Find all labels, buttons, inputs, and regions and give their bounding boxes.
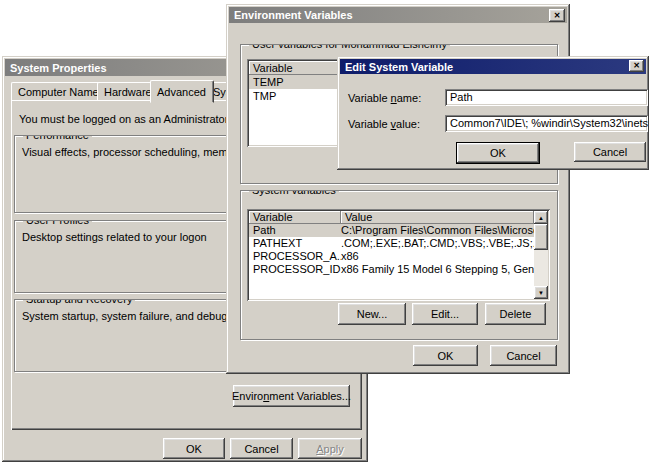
environment-variables-title: Environment Variables — [234, 9, 353, 21]
row-processor-a-name: PROCESSOR_A... — [249, 250, 341, 263]
delete-button[interactable]: Delete — [485, 303, 546, 325]
user-variable-temp-label: TEMP — [249, 75, 343, 89]
system-variables-group-label: System variables — [249, 190, 339, 197]
environment-variables-button[interactable]: Environment Variables... — [233, 385, 350, 407]
edit-button-label: Edit... — [431, 308, 459, 320]
envvars-cancel-label: Cancel — [506, 350, 540, 362]
envvars-ok-button[interactable]: OK — [413, 345, 478, 366]
user-profiles-description: Desktop settings related to your logon — [22, 231, 207, 243]
editdialog-ok-button[interactable]: OK — [456, 142, 540, 164]
variable-value-label-pre: Variable — [348, 118, 391, 130]
scroll-up-icon[interactable]: ▲ — [534, 211, 548, 224]
row-processor-id-name: PROCESSOR_ID... — [249, 263, 341, 276]
row-path-value: C:\Program Files\Common Files\Microsof..… — [341, 224, 534, 237]
sysprops-cancel-label: Cancel — [244, 443, 278, 455]
variable-value-label: Variable value: — [348, 118, 420, 130]
row-processor-a-value: x86 — [341, 250, 534, 263]
sysprops-ok-button[interactable]: OK — [163, 438, 225, 459]
envvars-cancel-button[interactable]: Cancel — [490, 345, 557, 366]
variable-name-input[interactable]: Path — [445, 89, 648, 106]
sysprops-apply-label-key: A — [316, 443, 323, 455]
performance-group-label: Performance — [23, 135, 92, 142]
sysprops-apply-label-post: pply — [324, 443, 344, 455]
edit-system-variable-titlebar[interactable]: Edit System Variable ✕ — [340, 59, 646, 74]
env-button-label-post: ment Variables... — [269, 390, 351, 402]
row-pathext-value: .COM;.EXE;.BAT;.CMD;.VBS;.VBE;.JS;... — [341, 237, 534, 250]
row-path-name: Path — [249, 224, 341, 237]
new-button[interactable]: New... — [338, 303, 406, 325]
tab-computer-name-label: Computer Name — [18, 86, 99, 98]
scrollbar-track[interactable] — [534, 250, 548, 286]
sysprops-apply-button[interactable]: Apply — [298, 438, 362, 459]
user-profiles-group-label: User Profiles — [23, 220, 92, 227]
scroll-down-icon[interactable]: ▼ — [534, 286, 548, 299]
row-processor-id-value: x86 Family 15 Model 6 Stepping 5, Genu..… — [341, 263, 534, 276]
edit-system-variable-window: Edit System Variable ✕ Variable name: Pa… — [337, 56, 649, 170]
system-variable-row-processor-a[interactable]: PROCESSOR_A... x86 — [249, 250, 534, 263]
sysprops-cancel-button[interactable]: Cancel — [230, 438, 293, 459]
env-button-label-pre: Enviro — [232, 390, 263, 402]
sysprops-ok-label: OK — [186, 443, 202, 455]
user-list-header-variable[interactable]: Variable — [249, 61, 343, 75]
variable-name-label-post: ame: — [397, 92, 421, 104]
edit-button[interactable]: Edit... — [412, 303, 478, 325]
system-list-scrollbar[interactable]: ▲ ▼ — [534, 211, 548, 299]
tab-advanced[interactable]: Advanced — [150, 80, 214, 103]
tab-advanced-label: Advanced — [157, 86, 206, 98]
startup-recovery-group-label: Startup and Recovery — [23, 299, 135, 306]
editdialog-cancel-label: Cancel — [593, 146, 627, 158]
tab-hardware[interactable]: Hardware — [97, 82, 158, 101]
system-variables-list[interactable]: Variable Value Path C:\Program Files\Com… — [247, 209, 550, 301]
system-variable-row-processor-id[interactable]: PROCESSOR_ID... x86 Family 15 Model 6 St… — [249, 263, 534, 276]
tab-hardware-label: Hardware — [104, 86, 152, 98]
close-icon[interactable]: ✕ — [549, 9, 565, 22]
environment-variables-titlebar[interactable]: Environment Variables ✕ — [229, 7, 567, 23]
system-variable-row-path[interactable]: Path C:\Program Files\Common Files\Micro… — [249, 224, 534, 237]
row-pathext-name: PATHEXT — [249, 237, 341, 250]
user-variable-tmp-label: TMP — [249, 89, 343, 103]
variable-name-label: Variable name: — [348, 92, 421, 104]
system-variable-row-pathext[interactable]: PATHEXT .COM;.EXE;.BAT;.CMD;.VBS;.VBE;.J… — [249, 237, 534, 250]
startup-recovery-description: System startup, system failure, and debu… — [22, 310, 248, 322]
system-list-header-variable[interactable]: Variable — [249, 211, 341, 224]
system-properties-title: System Properties — [10, 62, 107, 74]
tab-computer-name[interactable]: Computer Name — [11, 82, 105, 101]
editdialog-ok-label: OK — [490, 147, 506, 159]
scrollbar-thumb[interactable] — [534, 224, 548, 250]
user-variables-group-label: User variables for Mohammad Elsheimy — [249, 44, 450, 51]
delete-button-label: Delete — [500, 308, 532, 320]
close-icon[interactable]: ✕ — [629, 60, 644, 72]
edit-system-variable-title: Edit System Variable — [345, 61, 453, 73]
system-list-header-value[interactable]: Value — [341, 211, 534, 224]
variable-value-label-post: alue: — [396, 118, 420, 130]
editdialog-cancel-button[interactable]: Cancel — [574, 142, 646, 162]
envvars-ok-label: OK — [438, 350, 454, 362]
variable-value-input[interactable]: Common7\IDE\; %windir\System32\inetsrv — [445, 115, 648, 132]
variable-name-label-pre: Variable — [348, 92, 391, 104]
new-button-label: New... — [357, 308, 388, 320]
